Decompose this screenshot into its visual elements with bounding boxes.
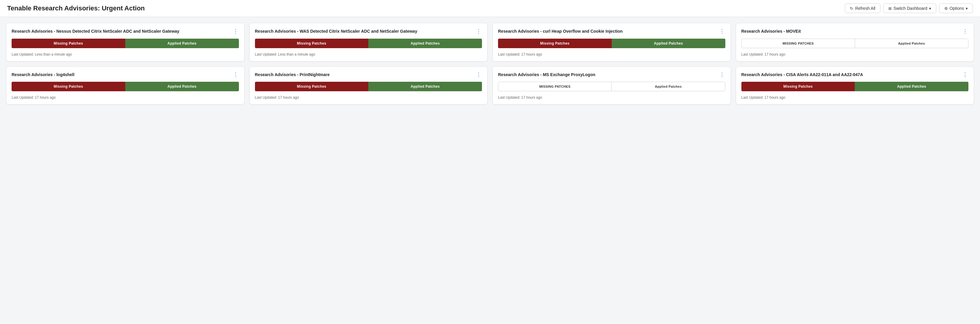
card-1: Research Advisories - Nessus Detected Ci…: [6, 23, 245, 62]
top-actions: ↻ Refresh All ⊞ Switch Dashboard ▾ ⚙ Opt…: [845, 3, 973, 13]
card-8: Research Advisories - CISA Alerts AA22-0…: [736, 66, 974, 105]
card-header: Research Advisories - curl Heap Overflow…: [498, 29, 725, 35]
card-menu-button[interactable]: ⋮: [962, 29, 969, 34]
missing-patches-bar[interactable]: Missing Patches: [11, 82, 125, 91]
card-title: Research Advisories - CISA Alerts AA22-0…: [741, 72, 962, 78]
top-bar: Tenable Research Advisories: Urgent Acti…: [0, 0, 980, 17]
missing-patches-bar[interactable]: Missing Patches: [11, 39, 125, 48]
card-footer: Last Updated: Less than a minute ago: [11, 52, 239, 57]
applied-patches-bar[interactable]: Applied Patches: [855, 82, 969, 91]
card-menu-button[interactable]: ⋮: [476, 29, 482, 34]
missing-patches-bar[interactable]: Missing Patches: [255, 82, 369, 91]
switch-label: Switch Dashboard: [893, 6, 928, 11]
patch-bar[interactable]: Missing Patches Applied Patches: [255, 39, 482, 48]
missing-patches-bar[interactable]: MISSING PATCHES: [742, 39, 855, 48]
missing-patches-bar[interactable]: Missing Patches: [255, 39, 369, 48]
card-footer: Last Updated: 17 hours ago: [255, 95, 482, 100]
card-2: Research Advisories - WAS Detected Citri…: [249, 23, 488, 62]
card-footer: Last Updated: Less than a minute ago: [255, 52, 482, 57]
applied-patches-bar[interactable]: Applied Patches: [125, 39, 239, 48]
applied-patches-bar[interactable]: Applied Patches: [368, 39, 482, 48]
chevron-down-icon-options: ▾: [966, 6, 968, 11]
card-footer: Last Updated: 17 hours ago: [741, 95, 969, 100]
gear-icon: ⚙: [944, 6, 948, 11]
card-header: Research Advisories - Nessus Detected Ci…: [11, 29, 239, 35]
patch-bar[interactable]: Missing Patches Applied Patches: [741, 82, 969, 91]
switch-dashboard-button[interactable]: ⊞ Switch Dashboard ▾: [883, 3, 936, 13]
card-5: Research Advisories - log4shell ⋮ Missin…: [6, 66, 245, 105]
card-title: Research Advisories - PrintNightmare: [255, 72, 476, 78]
card-header: Research Advisories - MOVEit ⋮: [741, 29, 969, 35]
chevron-down-icon: ▾: [929, 6, 931, 11]
card-header: Research Advisories - WAS Detected Citri…: [255, 29, 482, 35]
card-menu-button[interactable]: ⋮: [232, 72, 239, 77]
card-title: Research Advisories - WAS Detected Citri…: [255, 29, 476, 35]
applied-patches-bar[interactable]: Applied Patches: [855, 39, 968, 48]
missing-patches-bar[interactable]: Missing Patches: [498, 39, 612, 48]
patch-bar[interactable]: Missing Patches Applied Patches: [498, 39, 725, 48]
card-menu-button[interactable]: ⋮: [962, 72, 969, 77]
missing-patches-bar[interactable]: MISSING PATCHES: [498, 82, 612, 91]
card-footer: Last Updated: 17 hours ago: [498, 52, 725, 57]
options-button[interactable]: ⚙ Options ▾: [939, 3, 973, 13]
card-menu-button[interactable]: ⋮: [232, 29, 239, 34]
card-title: Research Advisories - MOVEit: [741, 29, 962, 35]
card-3: Research Advisories - curl Heap Overflow…: [492, 23, 731, 62]
patch-bar[interactable]: Missing Patches Applied Patches: [11, 82, 239, 91]
card-title: Research Advisories - MS Exchange ProxyL…: [498, 72, 719, 78]
patch-bar[interactable]: MISSING PATCHES Applied Patches: [498, 82, 725, 91]
card-4: Research Advisories - MOVEit ⋮ MISSING P…: [736, 23, 974, 62]
card-6: Research Advisories - PrintNightmare ⋮ M…: [249, 66, 488, 105]
applied-patches-bar[interactable]: Applied Patches: [612, 82, 725, 91]
card-menu-button[interactable]: ⋮: [719, 72, 725, 77]
options-label: Options: [950, 6, 964, 11]
card-footer: Last Updated: 17 hours ago: [741, 52, 969, 57]
patch-bar[interactable]: Missing Patches Applied Patches: [11, 39, 239, 48]
card-header: Research Advisories - MS Exchange ProxyL…: [498, 72, 725, 78]
grid-icon: ⊞: [888, 6, 892, 11]
card-header: Research Advisories - PrintNightmare ⋮: [255, 72, 482, 78]
patch-bar[interactable]: MISSING PATCHES Applied Patches: [741, 39, 969, 48]
card-title: Research Advisories - curl Heap Overflow…: [498, 29, 719, 35]
card-menu-button[interactable]: ⋮: [476, 72, 482, 77]
refresh-label: Refresh All: [855, 6, 875, 11]
card-footer: Last Updated: 17 hours ago: [11, 95, 239, 100]
card-footer: Last Updated: 17 hours ago: [498, 95, 725, 100]
missing-patches-bar[interactable]: Missing Patches: [741, 82, 855, 91]
card-header: Research Advisories - CISA Alerts AA22-0…: [741, 72, 969, 78]
patch-bar[interactable]: Missing Patches Applied Patches: [255, 82, 482, 91]
card-title: Research Advisories - Nessus Detected Ci…: [11, 29, 232, 35]
refresh-all-button[interactable]: ↻ Refresh All: [845, 3, 880, 13]
refresh-icon: ↻: [850, 6, 853, 11]
card-7: Research Advisories - MS Exchange ProxyL…: [492, 66, 731, 105]
card-title: Research Advisories - log4shell: [11, 72, 232, 78]
applied-patches-bar[interactable]: Applied Patches: [125, 82, 239, 91]
card-header: Research Advisories - log4shell ⋮: [11, 72, 239, 78]
page-title: Tenable Research Advisories: Urgent Acti…: [7, 5, 145, 12]
dashboard-grid: Research Advisories - Nessus Detected Ci…: [0, 17, 980, 111]
applied-patches-bar[interactable]: Applied Patches: [368, 82, 482, 91]
applied-patches-bar[interactable]: Applied Patches: [612, 39, 725, 48]
card-menu-button[interactable]: ⋮: [719, 29, 725, 34]
